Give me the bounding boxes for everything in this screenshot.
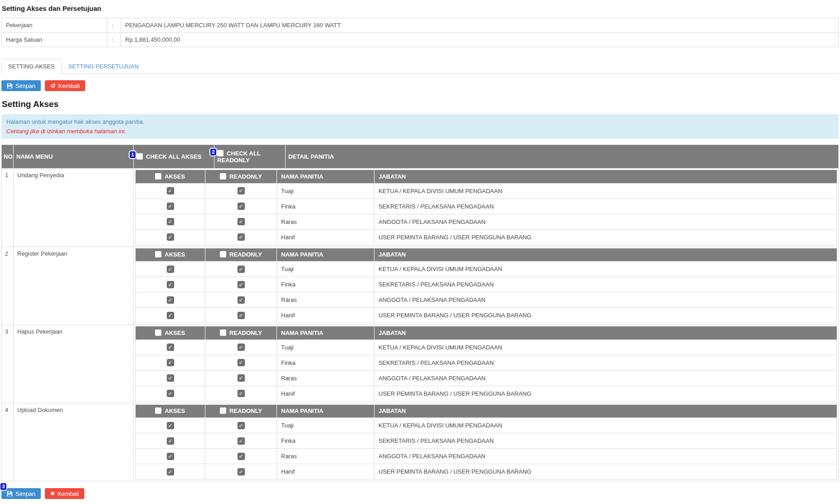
jabatan-cell: KETUA / KEPALA DIVISI UMUM PENGADAAN: [374, 262, 837, 277]
readonly-select-all-checkbox[interactable]: [220, 330, 226, 336]
save-button-label: Simpan: [15, 490, 35, 497]
nama-panitia-cell: Hanif: [277, 386, 374, 401]
akses-checkbox[interactable]: [167, 218, 174, 225]
panitia-row: Finka SEKRETARIS / PELAKSANA PENGADAAN: [136, 433, 837, 449]
akses-cell: [136, 433, 205, 449]
menu-name: Upload Dokumen: [14, 403, 134, 481]
nama-panitia-cell: Hanif: [277, 229, 374, 245]
akses-checkbox[interactable]: [167, 344, 174, 351]
readonly-checkbox[interactable]: [238, 437, 245, 445]
back-button-label: Kembali: [58, 82, 80, 89]
readonly-checkbox[interactable]: [238, 468, 245, 475]
akses-checkbox[interactable]: [167, 422, 174, 429]
bottom-toolbar: 3 Simpan ✖ Kembali: [1, 488, 839, 499]
akses-checkbox[interactable]: [167, 374, 174, 382]
jabatan-cell: KETUA / KEPALA DIVISI UMUM PENGADAAN: [374, 418, 837, 433]
check-all-akses-checkbox[interactable]: [136, 153, 143, 160]
readonly-cell: [205, 339, 277, 355]
readonly-cell: [205, 370, 277, 386]
readonly-cell: [205, 292, 277, 308]
akses-checkbox[interactable]: [167, 437, 174, 445]
inner-readonly-label: READONLY: [229, 251, 262, 258]
panitia-row: Tuaji KETUA / KEPALA DIVISI UMUM PENGADA…: [136, 418, 837, 433]
akses-checkbox[interactable]: [167, 312, 174, 319]
akses-cell: [136, 464, 205, 480]
jabatan-cell: USER PEMINTA BARANG / USER PENGGUNA BARA…: [374, 308, 837, 323]
readonly-checkbox[interactable]: [238, 390, 245, 397]
jabatan-cell: KETUA / KEPALA DIVISI UMUM PENGADAAN: [374, 183, 837, 199]
readonly-cell: [205, 464, 277, 480]
tab-setting-persetujuan[interactable]: SETTING PERSETUJUAN: [62, 59, 146, 74]
back-button-top[interactable]: ↺ Kembali: [45, 80, 85, 91]
back-button-bottom[interactable]: ✖ Kembali: [45, 488, 84, 499]
akses-checkbox[interactable]: [167, 296, 174, 304]
akses-select-all-checkbox[interactable]: [155, 407, 161, 414]
menu-no: 2: [2, 247, 14, 325]
readonly-checkbox[interactable]: [238, 453, 245, 460]
col-header-check-all-readonly: 2 CHECK ALL READONLY: [214, 145, 286, 169]
inner-readonly-label: READONLY: [229, 330, 262, 336]
panitia-row: Tuaji KETUA / KEPALA DIVISI UMUM PENGADA…: [136, 262, 837, 277]
inner-header-readonly: READONLY: [205, 405, 277, 418]
akses-checkbox[interactable]: [167, 390, 174, 397]
panitia-header-row: AKSES READONLY NAMA PANITIA JABATAN: [136, 405, 837, 418]
readonly-select-all-checkbox[interactable]: [220, 251, 226, 257]
readonly-select-all-checkbox[interactable]: [220, 173, 226, 179]
akses-checkbox[interactable]: [167, 203, 174, 210]
panitia-row: Raras ANGGOTA / PELAKSANA PENGADAAN: [136, 449, 837, 464]
col-header-nama-menu: NAMA MENU: [14, 145, 134, 169]
akses-checkbox[interactable]: [167, 233, 174, 241]
panitia-table-cell: AKSES READONLY NAMA PANITIA JABATAN Tuaj…: [134, 325, 839, 403]
readonly-checkbox[interactable]: [238, 374, 245, 382]
info-value-harga: Rp.1,881,450,000.00: [121, 33, 839, 47]
readonly-checkbox[interactable]: [238, 266, 245, 273]
akses-cell: [136, 355, 205, 370]
inner-header-nama-panitia: NAMA PANITIA: [277, 248, 374, 262]
readonly-checkbox[interactable]: [238, 233, 245, 241]
akses-select-all-checkbox[interactable]: [155, 330, 161, 336]
readonly-checkbox[interactable]: [238, 203, 245, 210]
inner-readonly-label: READONLY: [229, 173, 262, 180]
nama-panitia-cell: Finka: [277, 355, 374, 370]
readonly-checkbox[interactable]: [238, 344, 245, 351]
inner-header-akses: AKSES: [136, 248, 205, 262]
inner-akses-label: AKSES: [165, 330, 185, 336]
inner-header-jabatan: JABATAN: [374, 248, 837, 262]
panitia-header-row: AKSES READONLY NAMA PANITIA JABATAN: [136, 170, 837, 183]
access-table: NO NAMA MENU 1 CHECK ALL AKSES 2 CHECK A…: [1, 145, 839, 481]
inner-header-readonly: READONLY: [205, 170, 277, 183]
akses-checkbox[interactable]: [167, 453, 174, 460]
akses-checkbox[interactable]: [167, 468, 174, 475]
check-all-readonly-checkbox[interactable]: [217, 150, 223, 156]
save-button-top[interactable]: Simpan: [1, 80, 41, 91]
akses-checkbox[interactable]: [167, 359, 174, 366]
readonly-checkbox[interactable]: [238, 218, 245, 225]
inner-header-akses: AKSES: [136, 405, 205, 418]
readonly-checkbox[interactable]: [238, 422, 245, 429]
save-button-bottom[interactable]: 3 Simpan: [1, 488, 41, 499]
akses-cell: [136, 418, 205, 433]
akses-checkbox[interactable]: [167, 187, 174, 194]
akses-checkbox[interactable]: [167, 266, 174, 273]
akses-cell: [136, 199, 205, 214]
readonly-cell: [205, 262, 277, 277]
menu-name: Hapus Pekerjaan: [14, 325, 134, 403]
nama-panitia-cell: Raras: [277, 370, 374, 386]
panitia-table: AKSES READONLY NAMA PANITIA JABATAN Tuaj…: [135, 170, 837, 245]
notice-box: Halaman untuk mengatur hak akses anggota…: [1, 114, 839, 139]
akses-select-all-checkbox[interactable]: [155, 251, 161, 257]
top-toolbar: Simpan ↺ Kembali: [1, 80, 839, 91]
tab-setting-akses[interactable]: SETTING AKSES: [1, 59, 62, 74]
readonly-checkbox[interactable]: [238, 281, 245, 288]
readonly-checkbox[interactable]: [238, 359, 245, 366]
readonly-cell: [205, 183, 277, 199]
akses-cell: [136, 386, 205, 401]
panitia-row: Hanif USER PEMINTA BARANG / USER PENGGUN…: [136, 464, 837, 480]
readonly-cell: [205, 433, 277, 449]
readonly-select-all-checkbox[interactable]: [220, 407, 226, 414]
readonly-checkbox[interactable]: [238, 187, 245, 194]
akses-select-all-checkbox[interactable]: [155, 173, 161, 179]
readonly-checkbox[interactable]: [238, 296, 245, 304]
readonly-checkbox[interactable]: [238, 312, 245, 319]
akses-checkbox[interactable]: [167, 281, 174, 288]
